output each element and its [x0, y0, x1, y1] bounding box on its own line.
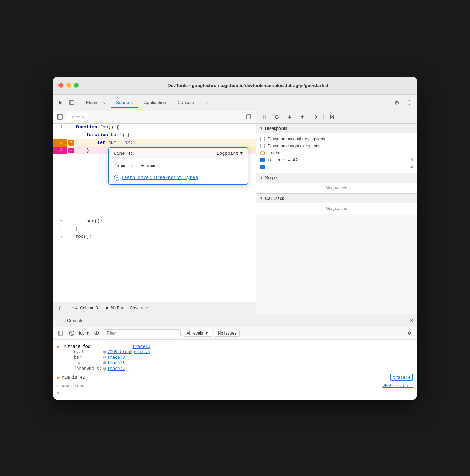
- tab-console[interactable]: Console: [173, 98, 199, 108]
- console-section: ⋮ Console × top ▼ All levels ▼: [53, 314, 417, 400]
- trace-icon: ▶: [57, 344, 63, 349]
- line-content-6: }: [75, 225, 256, 233]
- console-levels-btn[interactable]: All levels ▼: [184, 330, 212, 337]
- coverage-label: Coverage: [130, 306, 148, 310]
- more-options-icon[interactable]: ⋮: [405, 98, 414, 107]
- reload-btn[interactable]: [273, 113, 281, 121]
- toolbar-right: ⚙ ⋮: [392, 98, 414, 107]
- output-text-num: num is 42: [62, 375, 390, 380]
- trace-expand-icon[interactable]: ▼: [64, 344, 66, 348]
- step-forward-btn[interactable]: [311, 113, 319, 121]
- console-filter-input[interactable]: [104, 329, 181, 337]
- output-text-undefined: undefined: [62, 383, 382, 388]
- file-tab-label: trace: [71, 114, 80, 119]
- console-settings-icon[interactable]: ⚙: [405, 329, 414, 337]
- console-close-btn[interactable]: ×: [410, 317, 413, 324]
- console-eye-btn[interactable]: [92, 329, 101, 337]
- console-prompt: >: [53, 389, 417, 397]
- devtools-window: DevTools - googlechrome.github.io/devtoo…: [53, 77, 417, 400]
- deactivate-btn[interactable]: [328, 113, 336, 121]
- line-content-1: function foo() {: [75, 124, 256, 131]
- toolbar-left-icons: [56, 98, 77, 107]
- output-source-outlined[interactable]: trace:4: [390, 374, 413, 381]
- console-sidebar-btn[interactable]: [56, 329, 65, 337]
- svg-rect-13: [58, 331, 60, 335]
- scope-status: Not paused: [326, 186, 347, 190]
- pause-caught-row[interactable]: Pause on caught exceptions: [256, 142, 417, 149]
- pause-caught-label: Pause on caught exceptions: [268, 144, 320, 148]
- bp-checkbox-num[interactable]: ✓: [260, 158, 265, 162]
- cursor-icon[interactable]: [56, 98, 65, 107]
- logpoint-popup[interactable]: Line 4: Logpoint ▼ → Learn more: Br: [108, 147, 248, 185]
- dock-icon[interactable]: [67, 98, 77, 107]
- callstack-header[interactable]: ▼ Call Stack: [256, 194, 417, 203]
- run-button[interactable]: ⌘+Enter: [106, 306, 127, 310]
- bp-checkbox-brace[interactable]: ✓: [260, 164, 265, 169]
- dot-badge: ••: [68, 148, 74, 153]
- code-editor[interactable]: 1 function foo() { 2 function bar() { 3: [53, 124, 256, 302]
- logpoint-learn-more-link[interactable]: → Learn more: Breakpoint Types: [114, 175, 243, 181]
- trace-header: ▼ trace foo trace:3: [64, 344, 150, 349]
- traffic-lights: [58, 83, 79, 88]
- line-badge-7: [67, 233, 75, 240]
- sidebar-toggle[interactable]: [56, 113, 64, 121]
- file-tab-trace[interactable]: trace ×: [67, 113, 88, 121]
- file-tab-right-icon[interactable]: [244, 113, 253, 121]
- trace-link-anon[interactable]: trace:7: [107, 366, 125, 371]
- output-arrow-icon: ▶: [57, 374, 60, 380]
- trace-group: ▼ trace foo trace:3 eval @ VM69_breakpoi…: [64, 344, 150, 371]
- step-up-btn[interactable]: [298, 113, 306, 121]
- trace-link-foo[interactable]: trace:5: [107, 360, 125, 365]
- line-badge-1: [67, 124, 75, 131]
- title-bar: DevTools - googlechrome.github.io/devtoo…: [53, 77, 417, 95]
- console-title: Console: [67, 318, 407, 323]
- bp-name-trace: trace: [268, 150, 281, 155]
- console-drag-icon: ⋮: [57, 317, 63, 324]
- callstack-arrow-icon: ▼: [260, 196, 263, 200]
- top-dropdown-icon: ▼: [85, 331, 90, 336]
- svg-rect-1: [70, 100, 71, 105]
- bp-line-num: 3: [410, 158, 413, 162]
- tab-elements[interactable]: Elements: [81, 98, 110, 108]
- trace-source[interactable]: trace:3: [132, 344, 150, 349]
- pause-uncaught-row[interactable]: Pause on uncaught exceptions: [256, 135, 417, 142]
- bp-entry-trace[interactable]: trace: [256, 149, 417, 156]
- logpoint-footer: → Learn more: Breakpoint Types: [109, 172, 248, 184]
- minimize-button[interactable]: [66, 83, 71, 88]
- window-title: DevTools - googlechrome.github.io/devtoo…: [84, 83, 412, 88]
- trace-link-vm69[interactable]: VM69_breakpoint:1: [107, 349, 150, 354]
- bp-entry-brace[interactable]: ✓ } 4: [256, 163, 417, 170]
- file-tabs: trace ×: [53, 111, 256, 124]
- settings-icon[interactable]: ⚙: [392, 98, 402, 107]
- tab-more[interactable]: »: [200, 98, 213, 108]
- trace-link-bar[interactable]: trace:3: [107, 355, 125, 360]
- left-panel: trace × 1 function foo(): [53, 111, 256, 314]
- console-clear-btn[interactable]: [68, 329, 76, 337]
- pause-btn[interactable]: [260, 113, 269, 121]
- logpoint-type-dropdown[interactable]: Logpoint ▼: [217, 151, 243, 156]
- svg-line-15: [70, 331, 74, 335]
- maximize-button[interactable]: [74, 83, 79, 88]
- pause-caught-checkbox[interactable]: [260, 144, 265, 148]
- debug-toolbar: [256, 111, 417, 124]
- scope-header[interactable]: ▼ Scope: [256, 173, 417, 183]
- tab-application[interactable]: Application: [139, 98, 171, 108]
- svg-rect-3: [57, 114, 59, 119]
- tab-sources[interactable]: Sources: [111, 98, 138, 108]
- svg-rect-7: [265, 115, 267, 119]
- trace-row-bar: bar @ trace:3: [64, 355, 150, 360]
- callstack-title: Call Stack: [265, 196, 284, 201]
- pause-uncaught-checkbox[interactable]: [260, 136, 265, 141]
- console-content: ▶ ▼ trace foo trace:3 eval @ VM69_breakp…: [53, 340, 417, 400]
- bp-entry-num[interactable]: ✓ let num = 42; 3: [256, 156, 417, 163]
- close-button[interactable]: [58, 83, 63, 88]
- logpoint-input[interactable]: [114, 163, 243, 168]
- step-over-btn[interactable]: [285, 113, 294, 121]
- console-issues-btn[interactable]: No Issues: [215, 330, 240, 337]
- output-source-vm59[interactable]: VM59_trace:1: [382, 383, 413, 388]
- file-tab-close[interactable]: ×: [82, 115, 84, 119]
- code-line-3: 3 ? let num = 42;: [53, 139, 256, 147]
- top-context-selector[interactable]: top ▼: [79, 331, 90, 336]
- question-badge: ?: [68, 140, 74, 146]
- breakpoints-header[interactable]: ▼ Breakpoints: [256, 124, 417, 133]
